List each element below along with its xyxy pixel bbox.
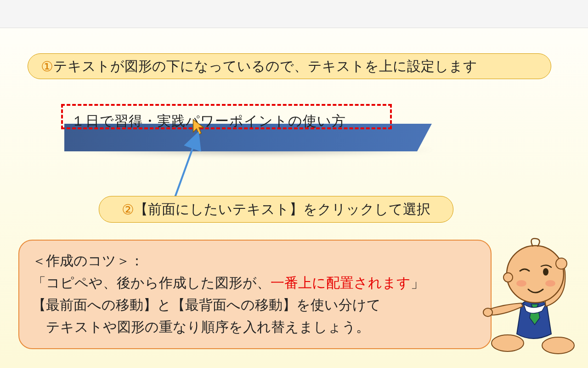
instruction-callout-1: ① テキストが図形の下になっているので、テキストを上に設定します	[28, 53, 551, 79]
tip-line-2a: 「コピペや、後から作成した図形が、	[32, 275, 271, 290]
svg-point-4	[507, 246, 564, 303]
svg-point-9	[556, 258, 567, 269]
mascot-character	[478, 235, 588, 355]
tip-line-2c: 」	[411, 275, 424, 290]
step-text-1: テキストが図形の下になっているので、テキストを上に設定します	[53, 57, 477, 76]
tip-title: ＜作成のコツ＞：	[32, 250, 478, 272]
step-number-1: ①	[41, 58, 53, 75]
cursor-icon	[192, 118, 206, 136]
svg-point-6	[543, 268, 548, 276]
example-screenshot: １日で習得・実践パワーポイントの使い方	[62, 102, 443, 166]
tip-line-4: テキストや図形の重なり順序を入れ替えましょう。	[32, 316, 478, 338]
svg-point-2	[542, 337, 574, 354]
tip-highlight: 一番上に配置されます	[271, 275, 411, 290]
step-number-2: ②	[122, 201, 134, 218]
svg-point-5	[503, 273, 513, 282]
svg-point-7	[516, 280, 526, 287]
tip-line-2: 「コピペや、後から作成した図形が、一番上に配置されます」	[32, 272, 478, 294]
svg-point-1	[492, 335, 524, 351]
svg-point-8	[545, 280, 555, 287]
step-text-2: 【前面にしたいテキスト】をクリックして選択	[134, 200, 430, 219]
svg-point-3	[483, 308, 492, 316]
tip-box: ＜作成のコツ＞： 「コピペや、後から作成した図形が、一番上に配置されます」 【最…	[18, 240, 492, 349]
slide: ① テキストが図形の下になっているので、テキストを上に設定します １日で習得・実…	[0, 28, 588, 368]
selection-outline	[61, 104, 392, 129]
instruction-callout-2: ② 【前面にしたいテキスト】をクリックして選択	[99, 196, 453, 223]
tip-line-3: 【最前面への移動】と【最背面への移動】を使い分けて	[32, 294, 478, 316]
